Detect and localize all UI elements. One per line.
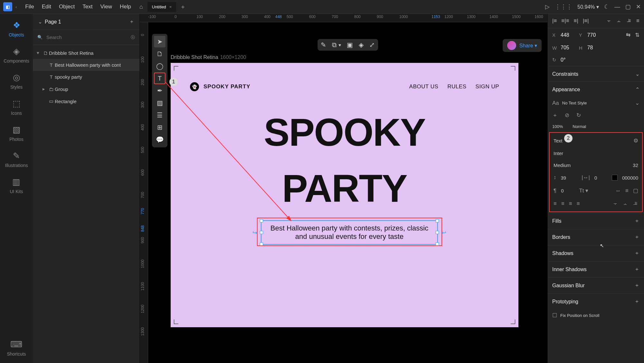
frame-icon[interactable]: ▣ [347,41,353,49]
zoom-level[interactable]: 50.94% ▾ [577,4,599,10]
grid-icon[interactable]: ⋮⋮⋮ [555,3,572,10]
page-row[interactable]: ⌄ Page 1 ＋ [33,14,139,30]
valign-mid-icon[interactable]: ⫠ [616,18,622,24]
align-right-icon[interactable]: ≡| [574,18,578,24]
auto-height-icon[interactable]: ≡ [625,188,629,194]
size-h[interactable]: H78 [579,45,593,51]
sidebar-icons[interactable]: ⬚Icons [11,99,22,116]
pencil-icon[interactable]: ✎ [321,41,326,49]
responsive-icon[interactable]: ⤢ [369,41,375,49]
selected-text-layer[interactable]: Best Halloween party with contests, priz… [261,220,438,245]
text-transform-icon[interactable]: Tt ▾ [579,187,588,194]
select-tool[interactable]: ➤ [154,36,166,47]
detach-icon[interactable]: ⊘ [565,112,569,119]
paragraph-spacing[interactable]: 0 [561,188,564,193]
valign-top-icon[interactable]: ⫟ [606,18,612,24]
artboard-label[interactable]: Dribbble Shot Retina1600×1200 [171,54,246,60]
pos-y[interactable]: Y770 [579,32,596,38]
text-style-row[interactable]: Aa No Text Style ⌄ [548,97,644,109]
text-align-right-icon[interactable]: ≡ [569,201,572,207]
layer-group[interactable]: ▸🗀Group [33,83,139,95]
search-input[interactable] [44,33,131,42]
letter-spacing[interactable]: 0 [594,175,597,181]
inner-shadows-section[interactable]: Inner Shadows＋ [548,261,644,277]
flip-h-icon[interactable]: ⇆ [626,32,630,38]
align-justify-icon[interactable]: |≡| [583,18,589,24]
align-left-icon[interactable]: |≡ [552,18,557,24]
sidebar-uikits[interactable]: ▥UI Kits [10,177,23,194]
blend-mode[interactable]: Normal [573,124,586,129]
add-icon[interactable]: ＋ [634,282,639,289]
comment-tool[interactable]: 💬 [154,134,166,145]
handle[interactable] [436,242,439,246]
add-icon[interactable]: ＋ [552,112,558,119]
font-family[interactable]: Inter [552,147,639,159]
sidebar-illustrations[interactable]: ✎Illustrations [5,151,28,168]
fixed-size-icon[interactable]: ▢ [633,187,638,194]
appearance-section[interactable]: Appearance⌃ [548,82,644,97]
sidebar-objects[interactable]: ❖Objects [9,20,24,37]
text-valign-mid-icon[interactable]: ⫠ [623,201,628,207]
menu-text[interactable]: Text [79,4,96,10]
fix-position-row[interactable]: ☐Fix Position on Scroll [548,309,644,321]
text-valign-bot-icon[interactable]: ⫡ [633,201,638,207]
handle[interactable] [260,219,263,222]
text-align-left-icon[interactable]: ≡ [554,201,557,207]
menu-view[interactable]: View [96,4,116,10]
menu-help[interactable]: Help [116,4,135,10]
menu-edit[interactable]: Edit [38,4,55,10]
rotation[interactable]: ↻0° [552,57,565,63]
add-icon[interactable]: ＋ [634,266,639,273]
prototyping-section[interactable]: Prototyping＋ [548,293,644,309]
pos-x[interactable]: X448 [552,32,569,38]
sidebar-photos[interactable]: ▧Photos [9,125,24,142]
pen-tool[interactable]: ✒ [154,85,166,96]
clear-icon[interactable]: ⓧ [131,34,135,40]
sidebar-components[interactable]: ◈Components [4,46,29,64]
valign-stretch-icon[interactable]: ≡ [636,18,639,24]
font-size[interactable]: 32 [633,162,638,168]
handle[interactable] [436,219,439,222]
back-icon[interactable]: ‹ [15,5,17,9]
shadows-section[interactable]: Shadows＋ [548,245,644,261]
play-icon[interactable]: ▷ [545,3,550,10]
apps-tool[interactable]: ⊞ [154,122,166,133]
handle[interactable] [436,231,439,234]
text-valign-top-icon[interactable]: ⫟ [613,201,618,207]
borders-section[interactable]: Borders＋ [548,229,644,245]
minimize-icon[interactable]: — [614,4,620,10]
text-color-hex[interactable]: 000000 [622,175,638,181]
fills-section[interactable]: Fills＋ [548,213,644,229]
blur-section[interactable]: Gaussian Blur＋ [548,277,644,293]
component-icon[interactable]: ◈ [359,41,364,49]
wrap-left-icon[interactable]: ↪ [252,229,257,236]
new-tab-icon[interactable]: ＋ [180,3,186,11]
layer-text-2[interactable]: Tspooky party [33,71,139,83]
add-icon[interactable]: ＋ [634,250,639,257]
refresh-icon[interactable]: ↻ [576,112,581,119]
stage[interactable]: ➤ 🗋 ◯ T ✒ ▨ ☰ ⊞ 💬 1 ✎ [148,22,547,363]
ellipse-tool[interactable]: ◯ [154,60,166,72]
handle[interactable] [260,242,263,246]
wrap-right-icon[interactable]: ↩ [441,229,446,236]
menu-file[interactable]: File [21,4,38,10]
add-icon[interactable]: ＋ [634,298,639,305]
layer-rect[interactable]: ▭Rectangle [33,95,139,107]
text-tool[interactable]: T [154,73,166,84]
checkbox-icon[interactable]: ☐ [552,312,557,319]
settings-icon[interactable]: ⚙ [633,137,638,144]
app-logo-icon[interactable]: ◧ [3,2,12,11]
flip-v-icon[interactable]: ⇅ [635,32,639,38]
add-page-icon[interactable]: ＋ [129,18,134,25]
layer-artboard[interactable]: ▾🗋Dribbble Shot Retina [33,47,139,59]
layer-text-1[interactable]: TBest Halloween party with cont [33,59,139,71]
moon-icon[interactable]: ☾ [604,3,609,10]
align-center-icon[interactable]: ≡|≡ [561,18,569,24]
duplicate-icon[interactable]: ⧉ ▾ [332,41,341,49]
text-color-swatch[interactable] [612,175,618,181]
maximize-icon[interactable]: ▢ [625,3,631,10]
line-height[interactable]: 39 [561,175,566,181]
text-align-center-icon[interactable]: ≡ [561,201,564,207]
line-tool[interactable]: ☰ [154,109,166,121]
tab-untitled[interactable]: Untitled × [147,2,176,12]
